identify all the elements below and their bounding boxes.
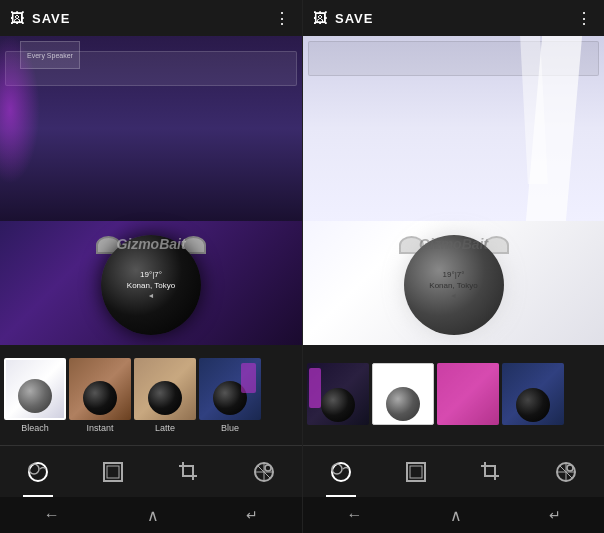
right-thumbnail-strip xyxy=(303,345,604,445)
thumb-instant-img[interactable] xyxy=(69,358,131,420)
right-crop-btn[interactable] xyxy=(470,451,512,493)
svg-rect-9 xyxy=(410,466,422,478)
left-thumbnail-strip: Bleach Instant Latte xyxy=(0,345,302,445)
device-display: 19°|7° Konan, Tokyo ◄ xyxy=(127,269,175,301)
thumb-instant[interactable]: Instant xyxy=(69,358,131,433)
thumb-blue[interactable]: Blue xyxy=(199,358,261,433)
right-thumb-pink-img[interactable] xyxy=(437,363,499,425)
right-device-arrow: ◄ xyxy=(429,291,477,301)
left-back-btn[interactable]: ← xyxy=(32,500,72,530)
right-thumb-pink[interactable] xyxy=(437,363,499,428)
right-save-icon: 🖼 xyxy=(313,10,327,26)
right-header: 🖼 SAVE ⋮ xyxy=(303,0,604,36)
svg-point-11 xyxy=(567,465,573,471)
svg-point-5 xyxy=(265,465,271,471)
left-image-bg: Every Speaker 19°|7° Konan, Tokyo ◄ xyxy=(0,36,302,345)
left-crop-btn[interactable] xyxy=(168,451,210,493)
device-location: Konan, Tokyo xyxy=(127,280,175,291)
right-thumb-purple xyxy=(309,368,321,408)
thumb-blue-img[interactable] xyxy=(199,358,261,420)
frame-icon xyxy=(101,460,125,484)
right-adjust-icon xyxy=(554,460,578,484)
right-device-temp: 19°|7° xyxy=(429,269,477,280)
header-left-group: 🖼 SAVE xyxy=(10,10,70,26)
right-thumb-normal-img[interactable] xyxy=(307,363,369,425)
left-adjust-btn[interactable] xyxy=(243,451,285,493)
right-thumb-pink-overlay xyxy=(437,363,499,425)
filter-icon xyxy=(26,460,50,484)
right-panel: 🖼 SAVE ⋮ 19°|7° Konan xyxy=(302,0,604,533)
right-mini-ball-4 xyxy=(516,388,550,422)
right-thumb-white-img[interactable] xyxy=(372,363,434,425)
right-filter-icon xyxy=(329,460,353,484)
svg-rect-3 xyxy=(107,466,119,478)
right-filter-btn[interactable] xyxy=(320,451,362,493)
right-device-display: 19°|7° Konan, Tokyo ◄ xyxy=(429,269,477,301)
mini-ball-instant xyxy=(83,381,117,415)
left-frame-btn[interactable] xyxy=(92,451,134,493)
thumb-instant-label: Instant xyxy=(86,423,113,433)
thumb-blue-label: Blue xyxy=(221,423,239,433)
mini-speaker-bleach xyxy=(15,375,55,413)
right-thumb-dark-img[interactable] xyxy=(502,363,564,425)
mini-speaker-instant xyxy=(80,377,120,415)
right-frame-btn[interactable] xyxy=(395,451,437,493)
right-header-title: SAVE xyxy=(335,11,373,26)
left-main-image: Every Speaker 19°|7° Konan, Tokyo ◄ xyxy=(0,36,302,345)
right-frame-icon xyxy=(404,460,428,484)
left-panel: 🖼 SAVE ⋮ Every Speaker 19°|7° xyxy=(0,0,302,533)
save-icon: 🖼 xyxy=(10,10,24,26)
store-background: Every Speaker xyxy=(0,36,302,221)
right-bottom-nav: ← ∧ ↵ xyxy=(303,497,604,533)
device-temp: 19°|7° xyxy=(127,269,175,280)
thumb-latte[interactable]: Latte xyxy=(134,358,196,433)
crop-icon xyxy=(177,460,201,484)
right-mini-speaker-1 xyxy=(318,387,358,422)
right-mini-speaker-2 xyxy=(383,386,423,421)
right-mini-ball-2 xyxy=(386,387,420,421)
thumb-bleach-img[interactable] xyxy=(4,358,66,420)
thumb-bleach-label: Bleach xyxy=(21,423,49,433)
blue-accent xyxy=(241,363,256,393)
left-more-menu[interactable]: ⋮ xyxy=(274,9,292,28)
left-bottom-nav: ← ∧ ↵ xyxy=(0,497,302,533)
mini-speaker-latte xyxy=(145,377,185,415)
mini-ball-bleach xyxy=(18,379,52,413)
right-thumb-white[interactable] xyxy=(372,363,434,428)
left-filter-btn[interactable] xyxy=(17,451,59,493)
thumb-bleach[interactable]: Bleach xyxy=(4,358,66,433)
right-adjust-btn[interactable] xyxy=(545,451,587,493)
thumb-latte-label: Latte xyxy=(155,423,175,433)
right-watermark: GizmoBait xyxy=(419,236,488,252)
right-more-menu[interactable]: ⋮ xyxy=(576,9,594,28)
thumb-latte-img[interactable] xyxy=(134,358,196,420)
right-up-btn[interactable]: ∧ xyxy=(438,500,474,531)
left-up-btn[interactable]: ∧ xyxy=(135,500,171,531)
adjust-icon xyxy=(252,460,276,484)
store-sign: Every Speaker xyxy=(20,41,80,69)
right-mini-ball-1 xyxy=(321,388,355,422)
right-back-btn[interactable]: ← xyxy=(335,500,375,530)
left-share-btn[interactable]: ↵ xyxy=(234,501,270,529)
right-header-left: 🖼 SAVE xyxy=(313,10,373,26)
left-header: 🖼 SAVE ⋮ xyxy=(0,0,302,36)
right-store-bg xyxy=(303,36,604,221)
left-toolbar xyxy=(0,445,302,497)
right-mini-speaker-4 xyxy=(513,387,553,422)
right-main-image: 19°|7° Konan, Tokyo ◄ GizmoBait xyxy=(303,36,604,345)
right-share-btn[interactable]: ↵ xyxy=(537,501,573,529)
left-header-title: SAVE xyxy=(32,11,70,26)
device-arrow: ◄ xyxy=(127,291,175,301)
right-device-location: Konan, Tokyo xyxy=(429,280,477,291)
right-toolbar xyxy=(303,445,604,497)
right-image-bg: 19°|7° Konan, Tokyo ◄ GizmoBait xyxy=(303,36,604,345)
right-crop-icon xyxy=(479,460,503,484)
right-thumb-normal[interactable] xyxy=(307,363,369,428)
left-watermark: GizmoBait xyxy=(116,236,185,252)
right-thumb-dark[interactable] xyxy=(502,363,564,428)
mini-ball-latte xyxy=(148,381,182,415)
